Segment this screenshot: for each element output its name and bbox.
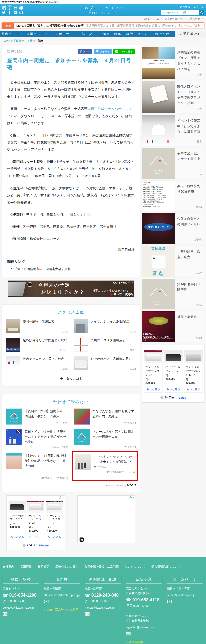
search-button[interactable] [199, 10, 204, 15]
nav-rensai[interactable]: 連載・特集 [100, 31, 125, 37]
footer-link-privacy[interactable]: 個人情報保護について [151, 565, 180, 568]
item-date: 2018.04.15 [92, 445, 136, 449]
mail-icon[interactable]: ✉ [85, 611, 121, 617]
flash-headline[interactable]: [20:03] 辺野古「反対」の投票資格者数４分の１確実 [16, 24, 84, 28]
footer-link-recruit[interactable]: 採用情報 [20, 565, 32, 568]
sidebar-news-item[interactable]: 菊池雄星 18 原点 「菊池雄星 原点」発売02/10 [142, 246, 204, 277]
search-input[interactable] [161, 10, 199, 15]
sidebar-news-item[interactable]: ◇前売り料金☆席種 バックネット裏席Ｓ 6000円内野指定席１・３塁側Ａ席 55… [142, 180, 204, 211]
car-ad-item[interactable]: ハリアーHV プレミアム 月々 ¥12,600 もっと見る [164, 350, 182, 392]
related-document-link[interactable]: 「第７３回盛岡市内一周継走大会」資料 [7, 267, 135, 271]
sidebar-car-ad-box[interactable]: i× TOYOTA ランドクルーザーワゴン ZX 月々 ¥30,300 もっと見… [142, 345, 204, 403]
ad-info-icon[interactable]: i [66, 349, 68, 351]
mail-icon[interactable]: ✉ [167, 598, 203, 605]
empty-ad-box[interactable]: i× m [77, 496, 135, 544]
quicklink-adrates[interactable]: 広告料金 [190, 17, 200, 20]
see-more-link[interactable]: もっと見る [184, 386, 202, 392]
sidebar-ad-item[interactable]: 関係人口イベントに２００人！ 盛岡で新プロジェクト始動広告 [142, 81, 204, 113]
twitter-icon[interactable] [2, 11, 6, 14]
sidebar-news-item[interactable]: IWATENIPPO 盛岡で楽天戦、チケット販売中02/20 [142, 148, 204, 178]
email-address[interactable]: jigyoubu@iwate-np.co.jp [126, 626, 162, 629]
access-item[interactable]: 奥州に「コメダ珈琲店」02/21 [74, 338, 136, 352]
ad-close-icon[interactable]: × [202, 346, 203, 348]
ad-close-icon[interactable]: × [62, 496, 64, 499]
nav-ronsetsu[interactable]: 論説・コラム [125, 31, 150, 37]
instagram-icon[interactable] [20, 11, 23, 14]
ad-info-icon[interactable]: i [199, 238, 202, 241]
twitter-icon [96, 50, 98, 53]
yomitai-item[interactable]: IWATENIPPO 〈レース結果〉第７２回盛岡市内一周継走大会2018.04.… [74, 429, 136, 449]
line-icon[interactable]: LINE [14, 11, 17, 14]
sidebar-feature-item[interactable]: イベント情報満載「行ってみよう」は毎週更新特集 [142, 115, 204, 146]
nav-zenkoku-news[interactable]: 全国ニュース [25, 31, 50, 37]
footer-link-post-rules[interactable]: 投稿規定 [38, 565, 49, 568]
access-item[interactable]: おでかけバス、高齢者の足に02/23 [74, 356, 136, 370]
see-more-link[interactable]: もっと見る [46, 534, 63, 540]
access-item-ad[interactable]: 東京上野クリニック 包茎は自分だけの問題じゃない広告i [6, 338, 68, 352]
see-more-link[interactable]: もっと見る [27, 534, 44, 540]
breadcrumb-shakoku[interactable]: 社告 [30, 39, 35, 42]
car-ad-box[interactable]: i× ハリアーHV プレミアム 月々 ¥12,600 もっと見る TOYOTA … [7, 496, 65, 550]
yomitai-item[interactable]: IWATENIPPO 【資料のご案内】盛岡市内一周継走 参加チーム募集2018.… [6, 408, 68, 424]
support-application-link[interactable]: ＞後援申請書 [126, 640, 162, 644]
load-more-button[interactable]: ＋ もっと読む [6, 376, 136, 381]
quicklink-database[interactable]: 記事データベース [165, 17, 185, 20]
breadcrumb-top[interactable]: TOP [2, 39, 8, 42]
see-more-link[interactable]: もっと見る [9, 534, 26, 540]
footer-link-applications[interactable]: 各種申請・後援・二次利用 [84, 565, 119, 568]
nav-sports[interactable]: スポーツ [50, 31, 75, 37]
footer-link-company[interactable]: 会社案内 [3, 565, 14, 568]
facebook-share-button[interactable]: fシェア [78, 49, 92, 54]
login-link[interactable]: ログイン [193, 5, 204, 9]
quicklink-webalbum[interactable]: Webアルバム [144, 17, 159, 20]
twitter-share-button[interactable]: ツイート [94, 49, 112, 54]
sidebar-news-item[interactable]: IWATENIPPO 第14回岩手日報随筆賞02/06 [142, 279, 204, 310]
access-item[interactable]: メイプルジョイス24日閉店02/24 [74, 319, 136, 333]
car-ad-item[interactable]: SAITAMA TOYOTA クラウン マジェスタ G タイプF 月々 ¥10,… [46, 500, 63, 540]
mail-icon[interactable]: ✉ [44, 598, 80, 605]
ad-info-icon[interactable]: i [198, 346, 201, 348]
car-ad-item[interactable]: ハリアーHV プレミアム 月々 ¥12,600 もっと見る [9, 500, 26, 540]
line-share-button[interactable]: LINELINEで送る [113, 49, 135, 54]
footer-link-about-links[interactable]: リンクについて [125, 565, 145, 568]
yomitai-item-pr[interactable]: 【顔のシミ、14日間の集中対策】化粧品では防げない！保湿の新…PR(株式会社メビ… [6, 453, 68, 480]
footer-link-ad-rates[interactable]: 広告料金のご案内 [55, 565, 78, 568]
footer-col-copyright: 著作権 販売局出版部 chosakuken@iwate-np.co.jp ✉ ＞… [44, 575, 80, 644]
breadcrumb-section[interactable]: 岩手日報から [11, 39, 27, 42]
email-address[interactable]: center@iwate-np.co.jp [167, 594, 203, 597]
ad-info-icon[interactable]: i [129, 496, 132, 499]
yomitai-item-pr[interactable]: 毎日トイレで５分間！携帯ゲームをするだけで英語がペラペラに…PR(株式会社It'… [6, 429, 68, 449]
yomitai-item[interactable]: つなぐたすき、雨にも負けず 盛岡市内一周継走2018.04.16 [74, 408, 136, 424]
ad-close-icon[interactable]: × [132, 281, 133, 284]
uzou-logo[interactable]: UZOU [127, 484, 136, 487]
secondary-use-link[interactable]: ＞記事・写真等の二次利用 [44, 608, 80, 612]
access-item[interactable]: 沢内でクロカン、雪上に歓声02/23 [6, 356, 68, 370]
see-more-link[interactable]: もっと見る [144, 386, 162, 392]
mail-icon[interactable]: ✉ [3, 611, 39, 617]
flash-news-bar[interactable]: Flash [20:03] 辺野古「反対」の投票資格者数４分の１確実 沖縄県民投… [2, 22, 204, 29]
ucar-logo: U-Car T-Value [144, 396, 203, 400]
car-ad-item[interactable]: TOYOTA ランドクルーザーワゴン ZX 月々 ¥30,300 もっと見る [144, 350, 162, 392]
nav-kennai-news[interactable]: 県内ニュース [0, 31, 25, 37]
email-address[interactable]: chosakuken@iwate-np.co.jp [44, 594, 80, 597]
nav-odekake[interactable]: おでかけ [150, 31, 175, 37]
register-link[interactable]: 会員登録 [179, 5, 190, 9]
facebook-icon[interactable] [8, 11, 12, 14]
email-address[interactable]: hanbai@iwate-np.co.jp [85, 606, 121, 609]
sidebar-ad-item[interactable]: 東京上野クリニック 包茎は自分だけの問題じゃない広告i [142, 213, 204, 244]
yomitai-item-pr-highlighted[interactable]: いつもキレイなママでいたい！読者モデルが話題のビューテ…PR(株式会社ファンケル… [75, 454, 135, 474]
ad-info-icon[interactable]: i [128, 281, 131, 284]
nav-bousai[interactable]: 防 災 [75, 31, 100, 37]
sidebar-news-item[interactable]: 2月20日(水) 岩手開催試合チケット発売! 5月28日(火)10:00発売開始… [142, 311, 204, 342]
ad-close-icon[interactable]: × [132, 496, 134, 499]
banner-ad[interactable]: 今週末の予定、 お決まりですか？ 投資について学びませんか？ CX・FXセミ i… [8, 280, 134, 297]
car-ad-item[interactable]: ランドクルーザー70バン STD 月々 ¥20,500 もっと見る [184, 350, 203, 392]
mail-icon[interactable]: ✉ [126, 631, 162, 637]
sidebar-ad-item[interactable]: 八幡平リゾート八幡平マウンテンホテル 期間限定の特別プラン。優雅でダイナミックな… [142, 47, 204, 79]
email-address[interactable]: dokusya@iwate-np.co.jp [3, 606, 39, 609]
nav-iwate-nippo-kara[interactable]: 岩手日報から [175, 31, 206, 37]
access-item[interactable]: 盛岡一高寮、伝統に幕02/24 [6, 319, 68, 333]
ad-info-icon[interactable]: i [59, 496, 61, 499]
car-ad-item[interactable]: TOYOTA ランドクルーザーワゴン ZX 月々 ¥30,300 もっと見る [27, 500, 44, 540]
see-more-link[interactable]: もっと見る [164, 386, 182, 392]
